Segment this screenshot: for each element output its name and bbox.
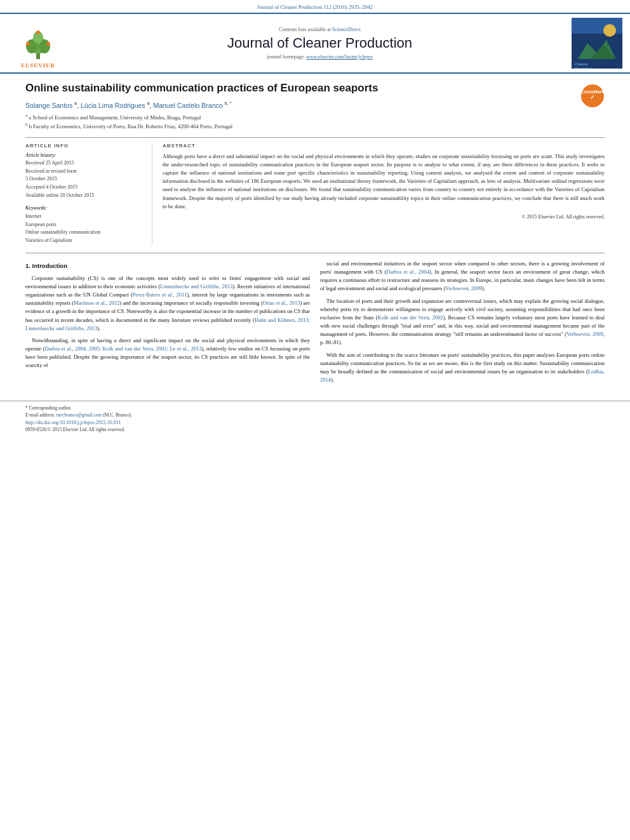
ref-linnenluecke[interactable]: Linnenluecke and Griffiths, 2013	[160, 283, 232, 290]
ref-lodhia[interactable]: Lodhia, 2014	[320, 368, 605, 383]
journal-homepage: journal homepage: www.elsevier.com/locat…	[70, 54, 570, 60]
history-label: Article history:	[25, 152, 145, 158]
email-line: E-mail address: mecbranco@gmail.com (M.C…	[25, 412, 605, 418]
article-dates: Received 25 April 2015 Received in revis…	[25, 159, 145, 200]
abstract-panel: ABSTRACT Although ports have a direct an…	[163, 143, 605, 245]
ref-verhoeven2[interactable]: Verhoeven, 2009	[566, 331, 603, 337]
abstract-heading: ABSTRACT	[163, 143, 605, 149]
author-solange[interactable]: Solange Santos	[25, 102, 72, 109]
keywords-label: Keywords:	[25, 205, 145, 211]
received-revised-label: Received in revised form	[25, 168, 145, 176]
body-right-col: social and environmental initiatives in …	[320, 260, 605, 388]
ref-kolk[interactable]: Kolk and van der Veen, 2002	[378, 314, 443, 321]
corresponding-author-note: * Corresponding author.	[25, 405, 605, 411]
doi-line[interactable]: http://dx.doi.org/10.1016/j.jclepro.2015…	[25, 420, 605, 425]
svg-text:CrossMark: CrossMark	[581, 90, 604, 94]
homepage-link[interactable]: www.elsevier.com/locate/jclepro	[306, 54, 373, 60]
issn-line: 0959-6526/© 2015 Elsevier Ltd. All right…	[25, 427, 605, 432]
svg-text:✓: ✓	[590, 94, 595, 100]
svg-point-5	[26, 42, 30, 46]
article-history-block: Article history: Received 25 April 2015 …	[25, 152, 145, 200]
ref-marimon[interactable]: Marimon et al., 2012	[74, 300, 119, 306]
ref-verhoeven1[interactable]: Verhoeven, 2009	[445, 285, 482, 291]
journal-cover-svg: Cleaner Production	[572, 18, 622, 69]
ref-perez[interactable]: Perez-Batres et al., 2011	[133, 291, 187, 298]
journal-cover-image: Cleaner Production	[572, 18, 622, 69]
article-info-panel: ARTICLE INFO Article history: Received 2…	[25, 143, 152, 245]
journal-main-title: Journal of Cleaner Production	[70, 35, 570, 51]
svg-point-12	[603, 24, 616, 37]
elsevier-brand-text: ELSEVIER	[21, 62, 55, 69]
cleaner-production-badge: Cleaner Production	[570, 18, 624, 69]
svg-text:Cleaner: Cleaner	[575, 62, 588, 66]
author-email[interactable]: mecbranco@gmail.com	[57, 412, 102, 418]
author-manuel[interactable]: Manuel Castelo Branco	[153, 102, 222, 109]
svg-point-7	[36, 30, 40, 34]
revised-date: 3 October 2015	[25, 175, 145, 183]
keywords-block: Keywords: Internet European ports Online…	[25, 205, 145, 245]
body-two-col: 1. Introduction Corporate sustainability…	[25, 260, 605, 388]
body-para-r2: With the aim of contributing to the scar…	[320, 351, 605, 385]
abstract-body: Although ports have a direct and substan…	[163, 152, 605, 211]
svg-point-6	[46, 42, 50, 46]
affiliation-a: a a School of Economics and Management, …	[25, 112, 605, 122]
journal-header: ELSEVIER Contents lists available at Sci…	[0, 14, 630, 74]
article-title: Online sustainability communication prac…	[25, 81, 605, 95]
keyword-0: Internet	[25, 213, 145, 221]
accepted-date: Accepted 4 October 2015	[25, 183, 145, 192]
body-left-col: 1. Introduction Corporate sustainability…	[25, 260, 310, 388]
page: Journal of Cleaner Production 112 (2016)…	[0, 0, 630, 840]
abstract-copyright: © 2015 Elsevier Ltd. All rights reserved…	[163, 214, 605, 220]
article-info-heading: ARTICLE INFO	[25, 143, 145, 149]
article-info-abstract: ARTICLE INFO Article history: Received 2…	[25, 137, 605, 245]
keyword-1: European ports	[25, 221, 145, 229]
crossmark-icon: CrossMark ✓	[580, 84, 605, 108]
affiliations-block: a a School of Economics and Management, …	[25, 112, 605, 131]
affiliation-b: b b Faculty of Economics, University of …	[25, 121, 605, 131]
section-divider	[25, 253, 605, 253]
ref-darbra2[interactable]: Darbra et al., 2004	[386, 269, 429, 275]
elsevier-logo: ELSEVIER	[6, 18, 70, 69]
body-para-0: Corporate sustainability (CS) is one of …	[25, 274, 310, 333]
body-para-r0: social and environmental initiatives in …	[320, 260, 605, 293]
body-para-r1: The location of ports and their growth a…	[320, 297, 605, 347]
body-para-1: Notwithstanding, in spite of having a di…	[25, 337, 310, 370]
journal-citation-bar: Journal of Cleaner Production 112 (2016)…	[0, 0, 630, 14]
available-online-date: Available online 20 October 2015	[25, 192, 145, 200]
journal-title-block: Contents lists available at ScienceDirec…	[70, 18, 570, 69]
elsevier-tree-icon	[19, 26, 57, 61]
svg-text:Production: Production	[575, 67, 593, 69]
keyword-2: Online sustainability communication	[25, 229, 145, 237]
content-area: CrossMark ✓ Online sustainability commun…	[0, 74, 630, 394]
crossmark-badge[interactable]: CrossMark ✓	[580, 84, 605, 109]
authors-line: Solange Santos a, Lúcia Lima Rodrigues a…	[25, 100, 605, 109]
section1-heading: 1. Introduction	[25, 262, 310, 271]
author-lucia[interactable]: Lúcia Lima Rodrigues	[81, 102, 145, 109]
ref-ortas[interactable]: Ortas et al., 2013	[263, 300, 300, 306]
footer-area: * Corresponding author. E-mail address: …	[0, 401, 630, 435]
sciencedirect-line: Contents lists available at ScienceDirec…	[70, 27, 570, 32]
keyword-3: Varieties of Capitalism	[25, 237, 145, 245]
journal-citation: Journal of Cleaner Production 112 (2016)…	[257, 4, 373, 10]
sciencedirect-link[interactable]: ScienceDirect	[332, 27, 361, 32]
ref-darbra1[interactable]: Darbra et al., 2004, 2005; Kolk and van …	[44, 345, 201, 352]
ref-hahn[interactable]: Hahn and Kühnen, 2013; Linnenluecke and …	[25, 317, 310, 331]
received-date: Received 25 April 2015	[25, 159, 145, 168]
